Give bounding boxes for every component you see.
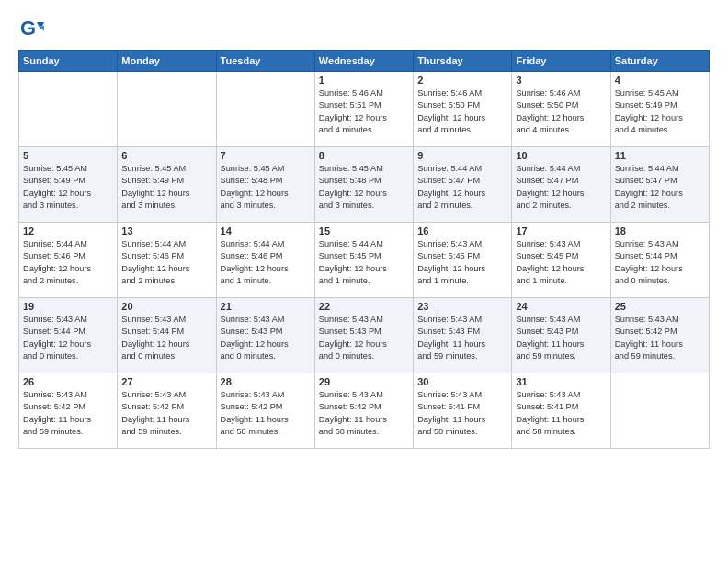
calendar-cell: 27Sunrise: 5:43 AMSunset: 5:42 PMDayligh… xyxy=(118,373,216,449)
calendar-cell: 19Sunrise: 5:43 AMSunset: 5:44 PMDayligh… xyxy=(19,298,118,373)
calendar-cell: 21Sunrise: 5:43 AMSunset: 5:43 PMDayligh… xyxy=(216,298,314,373)
day-info-line: Sunset: 5:48 PM xyxy=(319,175,409,187)
day-info-line: and 3 minutes. xyxy=(121,200,211,212)
day-info-line: Daylight: 11 hours xyxy=(516,414,606,426)
day-info-line: Sunrise: 5:43 AM xyxy=(516,389,606,401)
day-info-line: Sunset: 5:43 PM xyxy=(221,326,311,338)
day-info-line: Sunrise: 5:43 AM xyxy=(319,314,409,326)
day-info-line: Sunset: 5:45 PM xyxy=(319,250,409,262)
day-number: 19 xyxy=(23,301,113,312)
calendar-cell: 28Sunrise: 5:43 AMSunset: 5:42 PMDayligh… xyxy=(216,373,314,449)
weekday-header-monday: Monday xyxy=(118,51,216,72)
calendar-table: SundayMondayTuesdayWednesdayThursdayFrid… xyxy=(18,50,710,449)
day-info-line: and 58 minutes. xyxy=(319,426,409,438)
day-info-line: and 2 minutes. xyxy=(417,200,507,212)
day-info: Sunrise: 5:44 AMSunset: 5:47 PMDaylight:… xyxy=(417,163,507,212)
day-info-line: Sunrise: 5:45 AM xyxy=(121,163,211,175)
day-info-line: Sunrise: 5:43 AM xyxy=(417,389,507,401)
day-info-line: and 59 minutes. xyxy=(516,350,606,362)
day-number: 27 xyxy=(121,376,211,387)
day-info-line: and 0 minutes. xyxy=(121,350,211,362)
day-info-line: and 0 minutes. xyxy=(23,350,113,362)
weekday-header-thursday: Thursday xyxy=(414,51,512,72)
day-info-line: and 59 minutes. xyxy=(615,350,705,362)
day-info-line: Sunrise: 5:46 AM xyxy=(417,87,507,99)
day-info-line: Daylight: 11 hours xyxy=(516,339,606,350)
calendar-cell: 3Sunrise: 5:46 AMSunset: 5:50 PMDaylight… xyxy=(512,72,610,147)
calendar-cell: 18Sunrise: 5:43 AMSunset: 5:44 PMDayligh… xyxy=(610,223,709,298)
day-info-line: Sunset: 5:42 PM xyxy=(615,326,705,338)
calendar-cell: 14Sunrise: 5:44 AMSunset: 5:46 PMDayligh… xyxy=(216,223,314,298)
day-info-line: Sunrise: 5:43 AM xyxy=(417,314,507,326)
day-info-line: Daylight: 12 hours xyxy=(417,188,507,200)
calendar-cell: 24Sunrise: 5:43 AMSunset: 5:43 PMDayligh… xyxy=(512,298,610,373)
day-info-line: Sunset: 5:44 PM xyxy=(23,326,113,338)
day-info: Sunrise: 5:45 AMSunset: 5:48 PMDaylight:… xyxy=(319,163,409,212)
day-info-line: Sunset: 5:46 PM xyxy=(121,250,211,262)
calendar-cell: 10Sunrise: 5:44 AMSunset: 5:47 PMDayligh… xyxy=(512,147,610,223)
day-info: Sunrise: 5:43 AMSunset: 5:42 PMDaylight:… xyxy=(221,389,311,438)
day-number: 26 xyxy=(23,376,113,387)
day-info-line: Sunset: 5:42 PM xyxy=(221,401,311,413)
day-info-line: Daylight: 11 hours xyxy=(615,339,705,350)
day-info-line: Sunset: 5:49 PM xyxy=(121,175,211,187)
day-info: Sunrise: 5:43 AMSunset: 5:44 PMDaylight:… xyxy=(23,314,113,362)
day-info-line: and 0 minutes. xyxy=(221,350,311,362)
day-info-line: and 1 minute. xyxy=(319,275,409,287)
day-info: Sunrise: 5:45 AMSunset: 5:49 PMDaylight:… xyxy=(23,163,113,212)
calendar-cell: 26Sunrise: 5:43 AMSunset: 5:42 PMDayligh… xyxy=(19,373,118,449)
day-info-line: Daylight: 11 hours xyxy=(319,414,409,426)
day-info: Sunrise: 5:44 AMSunset: 5:46 PMDaylight:… xyxy=(221,238,311,287)
day-info: Sunrise: 5:44 AMSunset: 5:45 PMDaylight:… xyxy=(319,238,409,287)
day-info-line: and 2 minutes. xyxy=(121,275,211,287)
day-number: 30 xyxy=(417,376,507,387)
day-info-line: Sunset: 5:43 PM xyxy=(417,326,507,338)
day-info-line: Sunrise: 5:45 AM xyxy=(319,163,409,175)
calendar-cell: 15Sunrise: 5:44 AMSunset: 5:45 PMDayligh… xyxy=(314,223,413,298)
day-info: Sunrise: 5:43 AMSunset: 5:42 PMDaylight:… xyxy=(319,389,409,438)
day-info-line: Sunrise: 5:43 AM xyxy=(417,238,507,250)
day-info: Sunrise: 5:44 AMSunset: 5:46 PMDaylight:… xyxy=(23,238,113,287)
weekday-header-tuesday: Tuesday xyxy=(216,51,314,72)
day-info-line: Sunrise: 5:43 AM xyxy=(23,389,113,401)
day-info-line: Sunset: 5:42 PM xyxy=(121,401,211,413)
day-number: 31 xyxy=(516,376,606,387)
calendar-cell: 9Sunrise: 5:44 AMSunset: 5:47 PMDaylight… xyxy=(414,147,512,223)
day-info-line: Sunset: 5:49 PM xyxy=(615,99,705,111)
day-number: 24 xyxy=(516,301,606,312)
day-info-line: Sunset: 5:45 PM xyxy=(516,250,606,262)
calendar-cell: 29Sunrise: 5:43 AMSunset: 5:42 PMDayligh… xyxy=(314,373,413,449)
day-info-line: Sunset: 5:49 PM xyxy=(23,175,113,187)
calendar-cell: 31Sunrise: 5:43 AMSunset: 5:41 PMDayligh… xyxy=(512,373,610,449)
calendar-cell: 22Sunrise: 5:43 AMSunset: 5:43 PMDayligh… xyxy=(314,298,413,373)
calendar-cell: 5Sunrise: 5:45 AMSunset: 5:49 PMDaylight… xyxy=(19,147,118,223)
day-info-line: Sunset: 5:42 PM xyxy=(23,401,113,413)
day-number: 29 xyxy=(319,376,409,387)
day-info-line: Sunrise: 5:45 AM xyxy=(23,163,113,175)
day-number: 6 xyxy=(121,150,211,161)
day-info: Sunrise: 5:43 AMSunset: 5:44 PMDaylight:… xyxy=(121,314,211,362)
day-number: 3 xyxy=(516,75,606,86)
day-info-line: Sunrise: 5:44 AM xyxy=(516,163,606,175)
day-info: Sunrise: 5:44 AMSunset: 5:47 PMDaylight:… xyxy=(516,163,606,212)
calendar-cell: 8Sunrise: 5:45 AMSunset: 5:48 PMDaylight… xyxy=(314,147,413,223)
day-number: 25 xyxy=(615,301,705,312)
day-info-line: and 4 minutes. xyxy=(319,124,409,136)
day-info-line: Daylight: 12 hours xyxy=(516,188,606,200)
calendar-cell: 1Sunrise: 5:46 AMSunset: 5:51 PMDaylight… xyxy=(314,72,413,147)
day-info-line: Sunrise: 5:44 AM xyxy=(221,238,311,250)
day-info: Sunrise: 5:43 AMSunset: 5:45 PMDaylight:… xyxy=(417,238,507,287)
day-info-line: and 3 minutes. xyxy=(319,200,409,212)
day-info-line: Sunrise: 5:46 AM xyxy=(319,87,409,99)
day-info-line: Daylight: 12 hours xyxy=(516,263,606,275)
day-info-line: Daylight: 12 hours xyxy=(121,188,211,200)
day-number: 2 xyxy=(417,75,507,86)
calendar-cell: 17Sunrise: 5:43 AMSunset: 5:45 PMDayligh… xyxy=(512,223,610,298)
day-number: 8 xyxy=(319,150,409,161)
day-info-line: Sunrise: 5:43 AM xyxy=(23,314,113,326)
calendar-cell: 23Sunrise: 5:43 AMSunset: 5:43 PMDayligh… xyxy=(414,298,512,373)
day-info-line: and 2 minutes. xyxy=(516,200,606,212)
day-info-line: and 2 minutes. xyxy=(23,275,113,287)
day-info-line: Sunset: 5:41 PM xyxy=(417,401,507,413)
calendar-cell xyxy=(216,72,314,147)
